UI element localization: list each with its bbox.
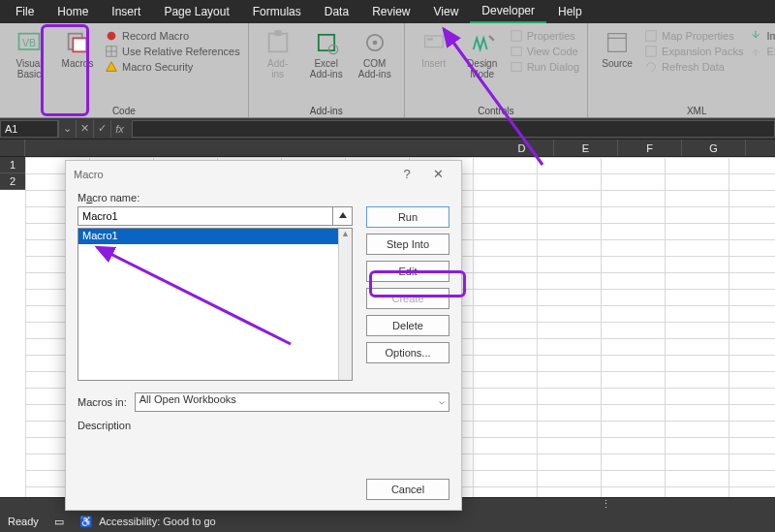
formula-input[interactable] — [132, 120, 775, 138]
group-title-code: Code — [8, 104, 240, 116]
options-button[interactable]: Options... — [366, 342, 450, 363]
enter-formula-icon[interactable]: ✓ — [93, 120, 110, 138]
name-box[interactable]: A1 — [0, 120, 58, 138]
design-mode-button[interactable]: DesignMode — [461, 27, 504, 79]
svg-rect-22 — [646, 47, 657, 57]
refresh-icon — [644, 60, 658, 74]
record-icon — [105, 29, 118, 43]
group-title-addins: Add-ins — [257, 104, 396, 116]
import-icon — [749, 29, 762, 43]
code-icon — [510, 45, 523, 58]
svg-rect-8 — [268, 34, 287, 52]
tab-review[interactable]: Review — [360, 1, 421, 22]
edit-button[interactable]: Edit — [366, 261, 450, 282]
dialog-titlebar[interactable]: Macro ? ✕ — [66, 161, 461, 188]
tab-view[interactable]: View — [422, 1, 471, 22]
macros-label: Macros — [62, 58, 94, 69]
status-accessibility[interactable]: ♿ Accessibility: Good to go — [79, 516, 216, 528]
cancel-formula-icon[interactable]: ✕ — [76, 120, 93, 138]
excel-addins-button[interactable]: ExcelAdd-ins — [305, 27, 348, 79]
dialog-close-button[interactable]: ✕ — [422, 163, 453, 186]
column-header[interactable]: F — [618, 140, 682, 156]
macro-name-label: Macro name: — [78, 192, 450, 203]
tab-home[interactable]: Home — [46, 1, 100, 22]
dialog-help-button[interactable]: ? — [391, 163, 422, 186]
svg-rect-17 — [511, 47, 521, 56]
fx-icon[interactable]: fx — [110, 120, 128, 138]
column-headers: D E F G — [0, 140, 775, 157]
macro-dialog: Macro ? ✕ Macro name: Macro1 ▲ Run Ste — [65, 160, 462, 511]
import-button[interactable]: Import — [749, 29, 775, 43]
step-into-button[interactable]: Step Into — [366, 234, 450, 255]
view-code-button[interactable]: View Code — [510, 45, 579, 58]
tab-formulas[interactable]: Formulas — [241, 1, 313, 22]
properties-icon — [510, 29, 523, 43]
macro-name-go-button[interactable] — [333, 206, 353, 226]
macro-security-button[interactable]: Macro Security — [105, 60, 240, 74]
macro-list-item[interactable]: Macro1 — [78, 229, 352, 244]
svg-rect-21 — [646, 31, 657, 42]
visual-basic-button[interactable]: VB VisualBasic — [8, 27, 50, 79]
column-header[interactable]: G — [682, 140, 746, 156]
macros-in-combo[interactable]: All Open Workbooks — [135, 392, 450, 412]
delete-button[interactable]: Delete — [366, 315, 450, 336]
insert-control-button[interactable]: Insert — [413, 27, 455, 69]
use-relative-refs-button[interactable]: Use Relative References — [105, 45, 240, 58]
svg-rect-15 — [427, 38, 433, 40]
row-header[interactable]: 1 — [0, 157, 25, 173]
tab-help[interactable]: Help — [546, 1, 594, 22]
tab-developer[interactable]: Developer — [470, 0, 546, 23]
record-macro-button[interactable]: Record Macro — [105, 29, 240, 43]
row-headers: 1 2 — [0, 157, 25, 190]
svg-point-11 — [328, 45, 337, 53]
namebox-dropdown[interactable]: ⌄ — [58, 120, 76, 138]
up-arrow-icon — [338, 211, 348, 221]
svg-rect-19 — [608, 34, 627, 52]
macros-button[interactable]: Macros — [56, 27, 99, 69]
properties-button[interactable]: Properties — [510, 29, 579, 43]
visual-basic-label: VisualBasic — [16, 58, 42, 79]
accessibility-icon: ♿ — [79, 516, 93, 527]
ribbon-group-xml: Source Map Properties Expansion Packs Re… — [588, 23, 775, 117]
refresh-data-button[interactable]: Refresh Data — [644, 60, 743, 74]
group-title-xml: XML — [596, 104, 775, 116]
export-icon — [749, 45, 762, 58]
status-ready: Ready — [8, 516, 39, 527]
run-button[interactable]: Run — [366, 206, 450, 228]
tab-file[interactable]: File — [4, 1, 46, 22]
tab-data[interactable]: Data — [313, 1, 360, 22]
create-button: Create — [366, 288, 450, 309]
source-button[interactable]: Source — [596, 27, 638, 69]
svg-rect-9 — [274, 30, 281, 36]
column-header[interactable]: E — [554, 140, 618, 156]
description-label: Description — [78, 420, 450, 431]
svg-rect-16 — [511, 31, 521, 42]
group-title-controls: Controls — [413, 104, 579, 116]
ribbon-group-addins: Add-ins ExcelAdd-ins COMAdd-ins Add-ins — [249, 23, 405, 117]
column-header[interactable]: D — [490, 140, 554, 156]
svg-text:VB: VB — [22, 37, 36, 48]
export-button[interactable]: Export — [749, 45, 775, 58]
tab-insert[interactable]: Insert — [100, 1, 152, 22]
svg-rect-3 — [73, 38, 86, 51]
run-dialog-button[interactable]: Run Dialog — [510, 60, 579, 74]
macros-in-label: Macros in: — [78, 396, 127, 408]
cancel-button[interactable]: Cancel — [366, 479, 450, 500]
map-properties-button[interactable]: Map Properties — [644, 29, 743, 43]
ribbon-group-controls: Insert DesignMode Properties View Code R… — [405, 23, 588, 117]
row-header[interactable]: 2 — [0, 173, 25, 190]
macro-name-input[interactable] — [78, 206, 333, 226]
status-bar: Ready ▭ ♿ Accessibility: Good to go — [0, 511, 775, 532]
svg-point-4 — [108, 32, 116, 41]
dialog-icon — [510, 60, 523, 74]
tab-page-layout[interactable]: Page Layout — [152, 1, 240, 22]
expansion-packs-button[interactable]: Expansion Packs — [644, 45, 743, 58]
ribbon: VB VisualBasic Macros Record Macro Use R… — [0, 23, 775, 118]
svg-rect-18 — [511, 63, 521, 72]
addins-button[interactable]: Add-ins — [257, 27, 299, 79]
grid-icon — [105, 45, 118, 58]
svg-rect-14 — [424, 36, 443, 47]
com-addins-button[interactable]: COMAdd-ins — [354, 27, 396, 79]
macro-listbox[interactable]: Macro1 ▲ — [78, 228, 353, 381]
listbox-scrollbar[interactable]: ▲ — [338, 229, 352, 380]
